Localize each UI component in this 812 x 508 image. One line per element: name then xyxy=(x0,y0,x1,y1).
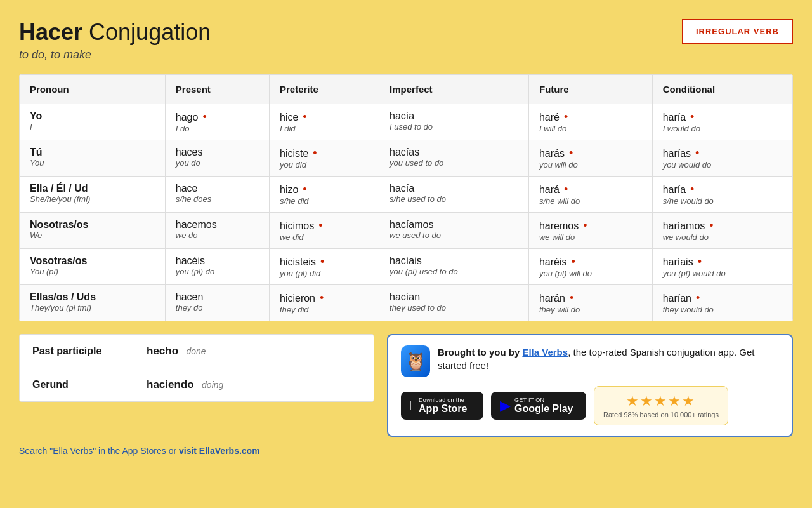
pronoun-cell: TúYou xyxy=(20,140,166,177)
table-cell: hacías/he used to do xyxy=(379,177,529,213)
gerund-translation: doing xyxy=(202,380,223,390)
ella-verbs-link[interactable]: Ella Verbs xyxy=(522,347,568,358)
conjugation-table: Pronoun Present Preterite Imperfect Futu… xyxy=(19,74,793,321)
table-cell: hacesyou do xyxy=(165,140,269,177)
promo-text: Brought to you by Ella Verbs, the top-ra… xyxy=(438,345,779,372)
ella-verbs-website-link[interactable]: visit EllaVerbs.com xyxy=(179,446,260,456)
gerund-value: haciendo xyxy=(147,378,194,391)
table-cell: harías •you would do xyxy=(652,140,792,177)
table-row: Ellas/os / UdsThey/you (pl fml)hacenthey… xyxy=(20,285,793,321)
table-cell: hicimos •we did xyxy=(269,213,379,249)
table-cell: haría •I would do xyxy=(652,104,792,140)
gerund-row: Gerund haciendo doing xyxy=(20,368,374,401)
rating-text: Rated 98% based on 10,000+ ratings xyxy=(603,411,719,418)
table-cell: hacíasyou used to do xyxy=(379,140,529,177)
table-cell: hicieron •they did xyxy=(269,285,379,321)
apple-icon:  xyxy=(410,398,415,414)
table-cell: hacíaI used to do xyxy=(379,104,529,140)
table-cell: hice •I did xyxy=(269,104,379,140)
table-cell: hará •s/he will do xyxy=(528,177,652,213)
past-participle-translation: done xyxy=(187,346,206,356)
page-header: Hacer Conjugation to do, to make IRREGUL… xyxy=(19,19,793,62)
google-play-button[interactable]: ▶ GET IT ON Google Play xyxy=(491,392,586,420)
table-cell: haría •s/he would do xyxy=(652,177,792,213)
irregular-verb-badge: IRREGULAR VERB xyxy=(682,19,793,44)
table-row: Nosotras/osWehacemoswe dohicimos •we did… xyxy=(20,213,793,249)
app-store-bottom-label: App Store xyxy=(419,403,467,415)
promo-box: 🦉 Brought to you by Ella Verbs, the top-… xyxy=(387,334,793,437)
col-preterite: Preterite xyxy=(269,75,379,104)
table-cell: harás •you will do xyxy=(528,140,652,177)
table-cell: harán •they will do xyxy=(528,285,652,321)
google-play-top-label: GET IT ON xyxy=(514,397,573,403)
promo-top: 🦉 Brought to you by Ella Verbs, the top-… xyxy=(401,345,779,377)
footer-search: Search "Ella Verbs" in the App Stores or… xyxy=(19,446,793,456)
rating-box: ★★★★★ Rated 98% based on 10,000+ ratings xyxy=(594,386,728,425)
table-row: Ella / Él / UdShe/he/you (fml)haces/he d… xyxy=(20,177,793,213)
participle-table: Past participle hecho done Gerund hacien… xyxy=(19,334,374,402)
table-row: YoIhago •I dohice •I didhacíaI used to d… xyxy=(20,104,793,140)
col-pronoun: Pronoun xyxy=(20,75,166,104)
table-cell: haríais •you (pl) would do xyxy=(652,249,792,285)
google-play-bottom-label: Google Play xyxy=(514,403,573,415)
col-imperfect: Imperfect xyxy=(379,75,529,104)
col-future: Future xyxy=(528,75,652,104)
store-buttons:  Download on the App Store ▶ GET IT ON … xyxy=(401,392,586,420)
page-title: Hacer Conjugation xyxy=(19,19,211,46)
pronoun-cell: Ellas/os / UdsThey/you (pl fml) xyxy=(20,285,166,321)
app-store-button[interactable]:  Download on the App Store xyxy=(401,392,483,420)
table-row: Vosotras/osYou (pl)hacéisyou (pl) dohici… xyxy=(20,249,793,285)
table-cell: hago •I do xyxy=(165,104,269,140)
col-present: Present xyxy=(165,75,269,104)
table-cell: haces/he does xyxy=(165,177,269,213)
table-cell: hacemoswe do xyxy=(165,213,269,249)
app-store-top-label: Download on the xyxy=(419,397,467,403)
star-rating: ★★★★★ xyxy=(603,393,719,410)
table-cell: hacenthey do xyxy=(165,285,269,321)
pronoun-cell: Ella / Él / UdShe/he/you (fml) xyxy=(20,177,166,213)
pronoun-cell: YoI xyxy=(20,104,166,140)
pronoun-cell: Nosotras/osWe xyxy=(20,213,166,249)
table-cell: hizo •s/he did xyxy=(269,177,379,213)
past-participle-value: hecho xyxy=(147,345,178,357)
table-cell: haremos •we will do xyxy=(528,213,652,249)
table-cell: haréis •you (pl) will do xyxy=(528,249,652,285)
past-participle-label: Past participle xyxy=(32,345,147,357)
col-conditional: Conditional xyxy=(652,75,792,104)
page-subtitle: to do, to make xyxy=(19,48,211,62)
play-icon: ▶ xyxy=(500,398,511,414)
table-cell: hacíamoswe used to do xyxy=(379,213,529,249)
gerund-label: Gerund xyxy=(32,379,147,391)
pronoun-cell: Vosotras/osYou (pl) xyxy=(20,249,166,285)
app-icon: 🦉 xyxy=(401,345,430,377)
title-block: Hacer Conjugation to do, to make xyxy=(19,19,211,62)
table-cell: hacíanthey used to do xyxy=(379,285,529,321)
table-cell: hacíaisyou (pl) used to do xyxy=(379,249,529,285)
table-cell: harían •they would do xyxy=(652,285,792,321)
table-row: TúYouhacesyou dohiciste •you didhacíasyo… xyxy=(20,140,793,177)
table-cell: haríamos •we would do xyxy=(652,213,792,249)
table-cell: hiciste •you did xyxy=(269,140,379,177)
table-cell: haré •I will do xyxy=(528,104,652,140)
table-cell: hicisteis •you (pl) did xyxy=(269,249,379,285)
past-participle-row: Past participle hecho done xyxy=(20,335,374,368)
bottom-section: Past participle hecho done Gerund hacien… xyxy=(19,334,793,437)
table-cell: hacéisyou (pl) do xyxy=(165,249,269,285)
